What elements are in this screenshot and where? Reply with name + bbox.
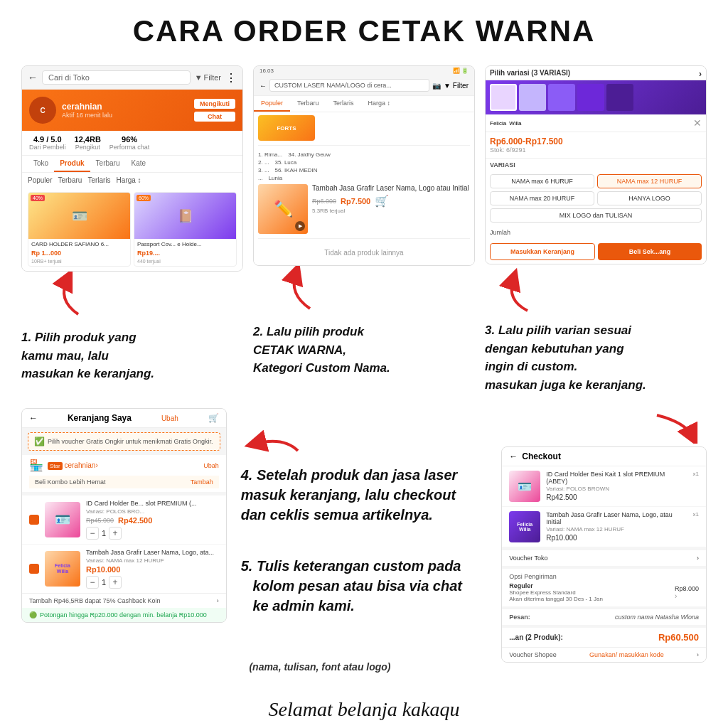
s4-kombo: Beli Kombo Lebih Hemat Tambah	[29, 476, 219, 488]
s4-checkbox-1[interactable]	[29, 515, 39, 525]
s3-option-1[interactable]: NAMA max 6 HURUF	[490, 174, 594, 188]
s5-item2-qty: x1	[693, 511, 699, 518]
more-icon[interactable]: ⋮	[225, 71, 237, 85]
s2-fake-item3: 2. ...	[258, 159, 269, 166]
s2-fake-item5: 3. ...	[258, 167, 269, 173]
s3-thumb-1[interactable]	[490, 84, 517, 111]
s5-total-row: ...an (2 Produk): Rp60.500	[509, 632, 699, 643]
filter-populer[interactable]: Populer	[28, 176, 52, 184]
s5-item1-qty: x1	[693, 471, 699, 477]
s2-camera-icon[interactable]: 📷	[432, 82, 441, 90]
store-name[interactable]: cerahnian	[62, 102, 188, 112]
keranjang-button[interactable]: Masukkan Keranjang	[490, 243, 595, 260]
s4-qty-plus-2[interactable]: +	[109, 576, 122, 589]
s2-tab-populer[interactable]: Populer	[254, 96, 290, 112]
filter-terlaris[interactable]: Terlaris	[87, 176, 110, 184]
steps-middle: 4. Setelah produk dan jasa laser masuk k…	[241, 408, 488, 687]
s4-store-label: Star cerahnian›	[48, 461, 98, 469]
s2-tab-harga[interactable]: Harga ↕	[361, 96, 398, 112]
s4-qty-plus-1[interactable]: +	[109, 527, 122, 540]
s4-store-row: 🏪 Star cerahnian› Ubah	[29, 459, 219, 472]
s2-tab-terlaris[interactable]: Terlaris	[326, 96, 361, 112]
chat-button[interactable]: Chat	[194, 112, 235, 122]
s4-topbar: ← Keranjang Saya Ubah 🛒	[22, 409, 226, 428]
s2-tab-terbaru[interactable]: Terbaru	[290, 96, 326, 112]
s5-item-2: FeliciaWilla Tambah Jasa Grafir Laser Na…	[502, 507, 706, 547]
tab-produk[interactable]: Produk	[54, 156, 90, 172]
s5-total-label: ...an (2 Produk):	[509, 633, 563, 641]
s2-back-icon[interactable]: ←	[259, 82, 267, 90]
screen-col-2: 16.03 📶 🔋 ← CUSTOM LASER NAMA/LOGO di ce…	[253, 65, 475, 378]
filter-harga[interactable]: Harga ↕	[117, 176, 141, 184]
s3-thumb-4[interactable]	[577, 84, 604, 111]
bottom-left: ← Keranjang Saya Ubah 🛒 ✅ Pilih voucher …	[21, 408, 227, 687]
s2-cart-icon[interactable]: 🛒	[375, 194, 389, 208]
s1-filter-btn[interactable]: ▼ Filter	[195, 73, 221, 82]
s5-title: Checkout	[522, 451, 561, 461]
s4-cart-icon[interactable]: 🛒	[208, 413, 219, 423]
s4-store-name-text[interactable]: cerahnian	[64, 461, 95, 469]
s4-ubah-btn[interactable]: Ubah	[203, 462, 219, 469]
s3-close-x[interactable]: ✕	[693, 117, 702, 129]
s3-option-3[interactable]: NAMA max 20 HURUF	[490, 191, 594, 205]
arrow2-container	[253, 266, 475, 316]
play-icon[interactable]: ▶	[295, 221, 305, 231]
s3-option-2[interactable]: NAMA max 12 HURUF	[597, 174, 702, 188]
s4-tambah-btn[interactable]: Tambah	[191, 478, 213, 486]
s2-product-name: Tambah Jasa Grafir Laser Nama, Logo atau…	[312, 184, 470, 192]
s3-brand-sub: Willa	[509, 120, 521, 127]
s5-pengiriman-name: Shopee Express Standard	[509, 589, 603, 596]
s2-main-product[interactable]: ✏️ ▶ Tambah Jasa Grafir Laser Nama, Logo…	[258, 184, 470, 239]
s5-voucher-input[interactable]: Gunakan/ masukkan kode	[589, 651, 664, 658]
s1-product-1[interactable]: 40% 🪪 CARD HOLDER SAFIANO 6... Rp 1...00…	[28, 192, 131, 267]
s4-qty-val-1: 1	[102, 529, 106, 537]
s5-item1-info: ID Card Holder Besi Kait 1 slot PREMIUM …	[546, 471, 687, 501]
ikuti-button[interactable]: Mengikuti	[194, 99, 235, 109]
s2-promo-thumb: FORTS	[258, 115, 315, 141]
s4-cashback-chevron: ›	[217, 597, 219, 604]
screen3-mockup: Pilih variasi (3 VARIASI) › Felicia Will…	[485, 65, 707, 264]
bottom-right: ← Checkout 🪪 ID Card Holder Besi Kait 1 …	[501, 408, 707, 687]
beli-button[interactable]: Beli Sek...ang	[598, 243, 702, 260]
s4-item1-name: ID Card Holder Be... slot PREMIUM (...	[86, 500, 219, 507]
s2-filter-icon[interactable]: ▼ Filter	[444, 82, 469, 90]
s1-product-2[interactable]: 60% 📔 Passport Cov... e Holde... Rp19...…	[134, 192, 237, 267]
s5-voucher-toko-row[interactable]: Voucher Toko ›	[509, 555, 699, 562]
s4-voucher[interactable]: ✅ Pilih voucher Gratis Ongkir untuk meni…	[28, 432, 220, 451]
s5-item1-img: 🪪	[509, 471, 540, 502]
s1-search-bar[interactable]: Cari di Toko	[42, 70, 191, 85]
s5-pengiriman-row[interactable]: Reguler Shopee Express Standard Akan dit…	[509, 582, 699, 602]
filter-terbaru[interactable]: Terbaru	[58, 176, 82, 184]
s5-back-icon[interactable]: ←	[509, 451, 518, 461]
back-icon[interactable]: ←	[28, 72, 38, 83]
s3-brand-text: Felicia Willa	[490, 120, 521, 127]
s3-thumb-5[interactable]	[606, 84, 633, 111]
filter-icon: ▼	[195, 73, 203, 82]
s4-voucher-text: Pilih voucher Gratis Ongkir untuk menikm…	[48, 438, 213, 445]
s3-close-icon[interactable]: ›	[699, 69, 702, 79]
screen2-mockup: 16.03 📶 🔋 ← CUSTOM LASER NAMA/LOGO di ce…	[253, 65, 475, 266]
step5-label: 5. Tulis keterangan custom pada kolom pe…	[241, 536, 488, 675]
s4-qty-minus-2[interactable]: −	[86, 576, 99, 589]
s2-search-box[interactable]: CUSTOM LASER NAMA/LOGO di cera...	[269, 79, 429, 92]
tab-kate[interactable]: Kate	[125, 156, 151, 172]
s3-option-4[interactable]: HANYA LOGO	[597, 191, 702, 205]
tab-terbaru[interactable]: Terbaru	[90, 156, 126, 172]
s1-filter-row: Populer Terbaru Terlaris Harga ↕	[22, 173, 242, 188]
s4-item-1: 🪪 ID Card Holder Be... slot PREMIUM (...…	[22, 495, 226, 544]
s4-ubah[interactable]: Ubah	[161, 414, 178, 422]
s3-thumb-3[interactable]	[548, 84, 575, 111]
s5-pengiriman-type: Reguler	[509, 582, 603, 589]
s3-option-5[interactable]: MIX LOGO dan TULISAN	[490, 208, 702, 223]
screen1-mockup: ← Cari di Toko ▼ Filter ⋮ C cerahnian Ak…	[21, 65, 243, 272]
s4-back-icon[interactable]: ←	[29, 413, 38, 423]
s4-qty-minus-1[interactable]: −	[86, 527, 99, 540]
s5-voucher-shopee-row[interactable]: Voucher Shopee Gunakan/ masukkan kode ›	[502, 647, 706, 662]
s4-checkbox-2[interactable]	[29, 564, 39, 574]
s2-fake-item4: 35. Luca	[275, 159, 297, 166]
tab-toko[interactable]: Toko	[28, 156, 54, 172]
main-title: CARA ORDER CETAK WARNA	[21, 14, 707, 48]
s3-thumb-2[interactable]	[519, 84, 546, 111]
arrow3-container	[485, 264, 707, 314]
s5-pengiriman-section: Opsi Pengiriman Reguler Shopee Express S…	[502, 569, 706, 606]
